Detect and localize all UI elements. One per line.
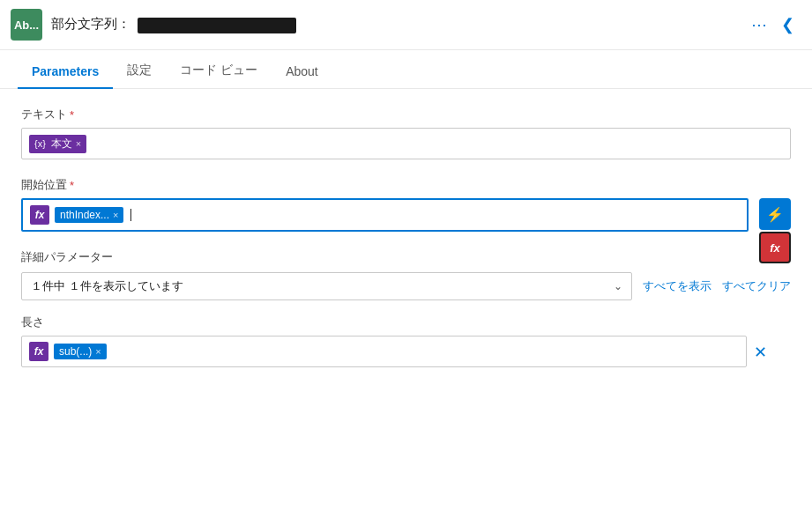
redacted-title bbox=[138, 18, 296, 33]
advanced-dropdown[interactable]: １件中 １件を表示しています ⌄ bbox=[21, 272, 632, 300]
tab-settings[interactable]: 設定 bbox=[113, 50, 166, 89]
start-tag-label: nthIndex... bbox=[60, 209, 109, 221]
fx-button[interactable]: fx bbox=[759, 232, 791, 263]
start-tag-close[interactable]: × bbox=[113, 210, 118, 220]
length-tag-label: sub(...) bbox=[59, 345, 92, 358]
start-field-label: 開始位置 * bbox=[21, 177, 791, 193]
length-field-group: 長さ fx sub(...) × ✕ bbox=[21, 314, 791, 367]
x-icon: ✕ bbox=[754, 344, 767, 361]
start-required-indicator: * bbox=[70, 179, 74, 192]
header-title: 部分文字列： bbox=[51, 16, 739, 33]
tab-about[interactable]: About bbox=[272, 52, 332, 89]
clear-all-button[interactable]: すべてクリア bbox=[722, 278, 791, 294]
fx-icon-start: fx bbox=[30, 205, 49, 225]
length-field-label: 長さ bbox=[21, 314, 791, 330]
fx-icon-length: fx bbox=[29, 342, 48, 361]
length-field-input[interactable]: fx sub(...) × bbox=[21, 336, 747, 367]
app-icon: Ab... bbox=[11, 9, 42, 41]
tab-bar: Parameters 設定 コード ビュー About bbox=[0, 50, 812, 89]
app-icon-text: Ab... bbox=[14, 18, 39, 32]
text-tag: {x} 本文 × bbox=[29, 135, 86, 153]
start-tag: nthIndex... × bbox=[55, 207, 123, 223]
text-tag-label: 本文 bbox=[51, 137, 72, 152]
advanced-row: １件中 １件を表示しています ⌄ すべてを表示 すべてクリア bbox=[21, 272, 791, 300]
advanced-section: 詳細パラメーター １件中 １件を表示しています ⌄ すべてを表示 すべてクリア bbox=[21, 249, 791, 300]
tab-parameters[interactable]: Parameters bbox=[18, 52, 113, 89]
text-field-input[interactable]: {x} 本文 × bbox=[21, 128, 791, 159]
length-clear-button[interactable]: ✕ bbox=[754, 343, 767, 362]
length-tag: sub(...) × bbox=[54, 344, 107, 359]
text-required-indicator: * bbox=[70, 108, 74, 122]
text-cursor bbox=[130, 209, 131, 221]
text-tag-close[interactable]: × bbox=[76, 138, 81, 149]
text-field-group: テキスト * {x} 本文 × bbox=[21, 107, 791, 159]
advanced-label: 詳細パラメーター bbox=[21, 249, 791, 265]
length-row: fx sub(...) × ✕ bbox=[21, 336, 791, 367]
chevron-down-icon: ⌄ bbox=[614, 280, 622, 292]
length-tag-close[interactable]: × bbox=[95, 346, 101, 357]
tab-code-view[interactable]: コード ビュー bbox=[166, 50, 272, 89]
text-field-label: テキスト * bbox=[21, 107, 791, 122]
lightning-button[interactable]: ⚡ bbox=[759, 198, 791, 230]
tag-icon: {x} bbox=[34, 138, 46, 149]
more-options-button[interactable]: ⋯ bbox=[748, 13, 771, 36]
top-bar: Ab... 部分文字列： ⋯ ❮ bbox=[0, 0, 812, 50]
show-all-button[interactable]: すべてを表示 bbox=[643, 278, 711, 294]
dropdown-text: １件中 １件を表示しています bbox=[31, 278, 183, 294]
content-area: テキスト * {x} 本文 × 開始位置 * fx nthIndex... × bbox=[0, 89, 812, 385]
side-button-group: ⚡ fx bbox=[759, 198, 791, 263]
start-field-input[interactable]: fx nthIndex... × bbox=[21, 198, 749, 232]
start-field-group: 開始位置 * fx nthIndex... × ⚡ fx bbox=[21, 177, 791, 232]
top-actions: ⋯ ❮ bbox=[748, 13, 798, 36]
collapse-button[interactable]: ❮ bbox=[778, 13, 798, 36]
